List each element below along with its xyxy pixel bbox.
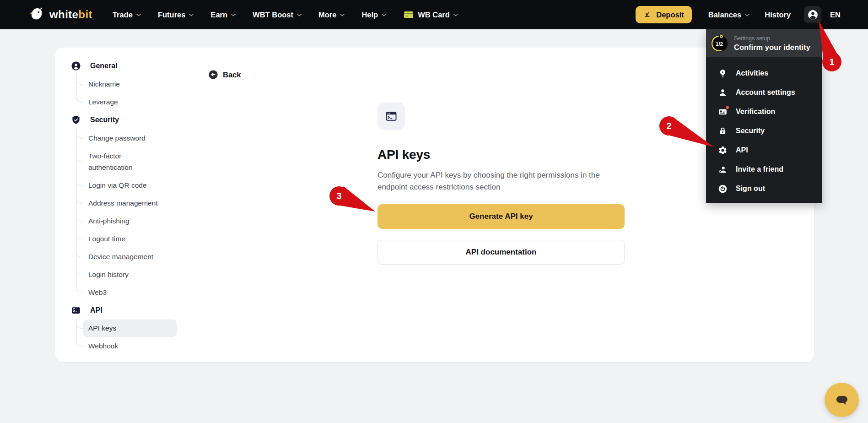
back-button[interactable]: Back [208, 70, 241, 80]
sidebar-item-device-management[interactable]: Device management [76, 248, 177, 266]
person-icon [717, 87, 728, 98]
chevron-down-icon [382, 14, 386, 16]
api-keys-content: API keys Configure your API keys by choo… [377, 103, 625, 265]
balances-menu[interactable]: Balances [708, 11, 749, 19]
chevron-down-icon [340, 14, 345, 16]
menu-item-api[interactable]: API [706, 141, 822, 160]
setup-progress-circle: 1/2 [711, 35, 728, 52]
gear-icon [717, 145, 728, 155]
sidebar-item-login-via-qr-code[interactable]: Login via QR code [76, 176, 177, 194]
sidebar-section-general[interactable]: General [71, 57, 177, 75]
chevron-down-icon [297, 14, 302, 16]
sidebar-item-webhook[interactable]: Webhook [76, 337, 177, 355]
page-title: API keys [377, 147, 625, 162]
api-documentation-button[interactable]: API documentation [377, 240, 625, 265]
whitebit-logo[interactable]: whitebit [29, 7, 92, 22]
sidebar-security-sublist: Change password Two-factor authenticatio… [76, 129, 177, 301]
sidebar-item-change-password[interactable]: Change password [76, 129, 177, 147]
account-dropdown-menu: 1/2 Settings setup Confirm your identity… [706, 29, 822, 203]
menu-item-activities[interactable]: Activities [706, 64, 822, 83]
api-keys-tile [377, 103, 405, 130]
invite-friend-icon [717, 164, 728, 174]
settings-sidebar: General Nickname Leverage Security Chang… [55, 48, 187, 362]
sidebar-api-sublist: API keys Webhook [76, 320, 177, 355]
history-link[interactable]: History [765, 11, 791, 19]
sidebar-item-login-history[interactable]: Login history [76, 266, 177, 283]
logo-text: whitebit [49, 8, 92, 21]
back-arrow-icon [208, 70, 218, 80]
chevron-down-icon [745, 14, 749, 16]
terminal-window-icon [385, 110, 398, 123]
nav-item-wbt-boost[interactable]: WBT Boost [253, 11, 302, 19]
chevron-down-icon [189, 14, 194, 16]
account-avatar-button[interactable] [804, 6, 821, 23]
sidebar-section-security[interactable]: Security [71, 111, 177, 129]
menu-item-verification[interactable]: Verification [706, 102, 822, 121]
deposit-button[interactable]: Deposit [636, 6, 692, 23]
language-selector[interactable]: EN [830, 11, 841, 19]
sidebar-item-logout-time[interactable]: Logout time [76, 230, 177, 248]
settings-setup-banner[interactable]: 1/2 Settings setup Confirm your identity [706, 29, 822, 57]
nav-item-wb-card[interactable]: WB Card [403, 9, 458, 20]
sidebar-item-anti-phishing[interactable]: Anti-phishing [76, 212, 177, 230]
nav-item-more[interactable]: More [318, 11, 345, 19]
sidebar-item-two-factor-authentication[interactable]: Two-factor authentication [76, 147, 177, 176]
sidebar-item-nickname[interactable]: Nickname [76, 75, 177, 93]
generate-api-key-button[interactable]: Generate API key [377, 204, 625, 229]
wb-card-icon [403, 9, 414, 20]
sidebar-section-api[interactable]: API [71, 301, 177, 320]
support-chat-button[interactable] [825, 383, 859, 417]
deposit-arrow-icon [643, 11, 652, 19]
shield-check-icon [71, 115, 81, 125]
person-circle-icon [71, 61, 81, 71]
notification-dot [726, 106, 729, 109]
nav-item-futures[interactable]: Futures [158, 11, 194, 19]
page-description: Configure your API keys by choosing the … [377, 169, 625, 193]
chevron-down-icon [136, 14, 141, 16]
terminal-icon [71, 305, 81, 315]
chevron-down-icon [231, 14, 236, 16]
menu-item-security[interactable]: Security [706, 121, 822, 141]
sidebar-item-web3[interactable]: Web3 [76, 283, 177, 301]
menu-item-sign-out[interactable]: Sign out [706, 179, 822, 198]
nav-item-help[interactable]: Help [361, 11, 386, 19]
chat-bubble-icon [834, 392, 850, 408]
id-card-icon [717, 107, 728, 117]
nav-item-trade[interactable]: Trade [113, 11, 141, 19]
user-avatar-icon [807, 9, 819, 21]
navbar-right: Deposit Balances History EN [636, 6, 841, 23]
setup-title: Confirm your identity [734, 43, 810, 52]
setup-label: Settings setup [734, 35, 810, 42]
settings-card: General Nickname Leverage Security Chang… [55, 48, 814, 362]
sidebar-item-leverage[interactable]: Leverage [76, 93, 177, 111]
logo-bird-icon [29, 7, 45, 22]
main-nav: Trade Futures Earn WBT Boost More Help [113, 11, 386, 19]
sidebar-item-address-management[interactable]: Address management [76, 194, 177, 212]
activities-bulb-icon [717, 68, 728, 78]
setup-progress-label: 1/2 [716, 41, 723, 46]
account-menu-list: Activities Account settings Verification… [706, 57, 822, 198]
menu-item-account-settings[interactable]: Account settings [706, 83, 822, 102]
sidebar-general-sublist: Nickname Leverage [76, 75, 177, 111]
lock-icon [717, 126, 728, 136]
annotation-number-1: 1 [829, 57, 834, 67]
sidebar-item-api-keys[interactable]: API keys [83, 320, 177, 337]
menu-item-invite-a-friend[interactable]: Invite a friend [706, 160, 822, 179]
chevron-down-icon [453, 14, 458, 16]
power-icon [717, 184, 728, 194]
nav-item-earn[interactable]: Earn [210, 11, 236, 19]
top-navbar: whitebit Trade Futures Earn WBT Boost Mo… [0, 0, 868, 29]
